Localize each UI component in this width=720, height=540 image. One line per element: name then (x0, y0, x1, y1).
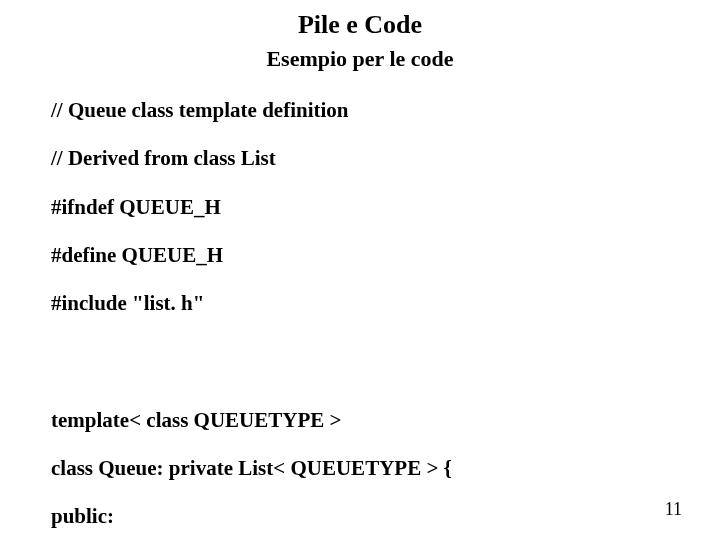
code-line: template< class QUEUETYPE > (51, 408, 342, 432)
code-line: // Derived from class List (51, 146, 276, 170)
code-line: public: (51, 504, 114, 528)
code-line: // Queue class template definition (51, 98, 349, 122)
slide-subtitle: Esempio per le code (30, 46, 690, 72)
slide: Pile e Code Esempio per le code // Queue… (0, 0, 720, 540)
code-block: // Queue class template definition // De… (30, 74, 690, 540)
page-number: 11 (665, 499, 682, 520)
code-line: #ifndef QUEUE_H (51, 195, 221, 219)
code-line: #define QUEUE_H (51, 243, 223, 267)
code-line: #include "list. h" (51, 291, 204, 315)
slide-title: Pile e Code (30, 10, 690, 40)
code-line: class Queue: private List< QUEUETYPE > { (51, 456, 452, 480)
